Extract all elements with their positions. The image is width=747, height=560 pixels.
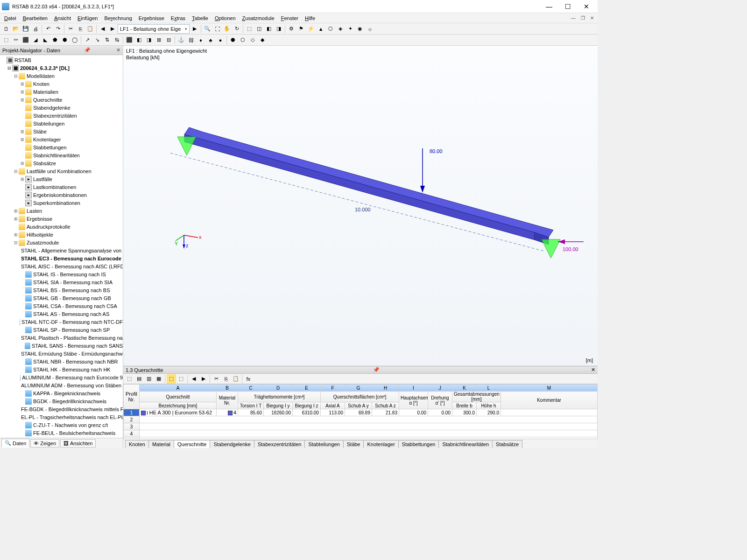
- tool-d-icon[interactable]: ◨: [274, 24, 283, 34]
- menu-tabelle[interactable]: Tabelle: [189, 14, 211, 22]
- table-close-icon[interactable]: ✕: [591, 367, 595, 373]
- table-tab[interactable]: Knotenlager: [363, 440, 398, 448]
- tree-module[interactable]: STAHL CSA - Bemessung nach CSA: [0, 302, 123, 310]
- tree-item[interactable]: ⊞Stäbe: [0, 127, 123, 135]
- tt-f-icon[interactable]: ⬚: [176, 374, 186, 384]
- tree-lasten[interactable]: ⊞Lasten: [0, 207, 123, 215]
- pan-icon[interactable]: ✋: [222, 24, 232, 34]
- tt-j-icon[interactable]: ⎘: [221, 374, 231, 384]
- t2-r-icon[interactable]: ⚓: [176, 35, 186, 45]
- grid[interactable]: Profil Nr. A B C D E F G H I J K L M: [123, 384, 598, 439]
- tree-item[interactable]: ⊞Knotenlager: [0, 135, 123, 143]
- nav-tab-zeigen[interactable]: 👁Zeigen: [30, 439, 59, 448]
- tree-module[interactable]: STAHL Plastisch - Plastische Bemessung n…: [0, 334, 123, 342]
- table-tab[interactable]: Querschnitte: [174, 440, 210, 448]
- maximize-button[interactable]: ☐: [558, 0, 577, 13]
- table-tab[interactable]: Stäbe: [343, 440, 364, 448]
- tree-module[interactable]: STAHL AS - Bemessung nach AS: [0, 310, 123, 318]
- t2-i-icon[interactable]: ↗: [83, 35, 92, 45]
- tt-h-icon[interactable]: ▶: [199, 374, 208, 384]
- tree-module[interactable]: STAHL AISC - Bemessung nach AISC (LRFD o: [0, 262, 123, 270]
- menu-berechnung[interactable]: Berechnung: [101, 14, 135, 22]
- close-button[interactable]: ✕: [577, 0, 596, 13]
- tree-item[interactable]: ▸Ergebniskombinationen: [0, 191, 123, 199]
- menu-extras[interactable]: Extras: [168, 14, 189, 22]
- col-F[interactable]: F: [321, 385, 345, 392]
- nav-next2-icon[interactable]: ▶: [190, 24, 199, 34]
- tree-item[interactable]: Stabexzentrizitäten: [0, 112, 123, 119]
- tool-b-icon[interactable]: ◫: [254, 24, 264, 34]
- menu-ansicht[interactable]: Ansicht: [51, 14, 74, 22]
- tt-i-icon[interactable]: ✂: [211, 374, 221, 384]
- tool-c-icon[interactable]: ◧: [264, 24, 274, 34]
- tree-module[interactable]: STAHL SANS - Bemessung nach SANS: [0, 342, 123, 350]
- mdi-close-icon[interactable]: ✕: [588, 14, 596, 22]
- tree-modelldaten[interactable]: ⊟Modelldaten: [0, 72, 123, 80]
- nav-tab-ansichten[interactable]: 🖼Ansichten: [60, 439, 96, 448]
- tree-module[interactable]: FE-BEUL - Beulsicherheitsnachweis: [0, 429, 123, 437]
- tt-e-icon[interactable]: ⬚: [167, 374, 176, 384]
- col-K[interactable]: K: [452, 385, 477, 392]
- tt-c-icon[interactable]: ▥: [144, 374, 154, 384]
- new-icon[interactable]: 🗋: [1, 24, 11, 34]
- tree-module[interactable]: STAHL NTC-DF - Bemessung nach NTC-DF: [0, 318, 123, 326]
- col-B[interactable]: B: [217, 385, 238, 392]
- table-tab[interactable]: Stabteilungen: [304, 440, 343, 448]
- t2-p-icon[interactable]: ⊞: [154, 35, 163, 45]
- tree-lastfaelle-komb[interactable]: ⊟Lastfälle und Kombinationen: [0, 167, 123, 175]
- t2-o-icon[interactable]: ◨: [144, 35, 154, 45]
- col-D[interactable]: D: [264, 385, 293, 392]
- t2-s-icon[interactable]: ⛓: [186, 35, 196, 45]
- viewport-3d[interactable]: LF1 : Belastung ohne EigengewichtBelastu…: [123, 46, 598, 366]
- rotate-icon[interactable]: ↻: [232, 24, 241, 34]
- t2-k-icon[interactable]: ⇅: [102, 35, 112, 45]
- tool-j-icon[interactable]: ◈: [336, 24, 345, 34]
- nav-close-icon[interactable]: ✕: [116, 47, 120, 53]
- tree-item[interactable]: Stabbettungen: [0, 143, 123, 151]
- t2-z-icon[interactable]: ◆: [258, 35, 267, 45]
- tree-module[interactable]: STAHL Ermüdung Stäbe - Ermüdungsnachwe: [0, 350, 123, 357]
- tree-item[interactable]: ⊞Knoten: [0, 80, 123, 88]
- tool-h-icon[interactable]: ▲: [316, 24, 325, 34]
- undo-icon[interactable]: ↶: [43, 24, 53, 34]
- menu-zusatzmodule[interactable]: Zusatzmodule: [239, 14, 278, 22]
- tree-module[interactable]: STAHL - Allgemeine Spannungsanalyse von …: [0, 246, 123, 254]
- tree-zusatzmodule[interactable]: ⊟Zusatzmodule: [0, 238, 123, 246]
- zoom-icon[interactable]: 🔍: [203, 24, 212, 34]
- menu-optionen[interactable]: Optionen: [211, 14, 239, 22]
- tree-item[interactable]: Stabteilungen: [0, 119, 123, 127]
- table-tab[interactable]: Stabbettungen: [398, 440, 439, 448]
- t2-y-icon[interactable]: ◇: [248, 35, 257, 45]
- tree-module[interactable]: FE-BGDK - Biegedrillknicknachweis mittel…: [0, 405, 123, 413]
- t2-m-icon[interactable]: ⬛: [125, 35, 134, 45]
- menu-fenster[interactable]: Fenster: [278, 14, 302, 22]
- tree-ergebnisse[interactable]: ⊞Ergebnisse: [0, 215, 123, 223]
- tree-module[interactable]: STAHL SIA - Bemessung nach SIA: [0, 278, 123, 286]
- t2-l-icon[interactable]: ⇆: [112, 35, 121, 45]
- open-icon[interactable]: 📂: [11, 24, 21, 34]
- table-row[interactable]: 1 Ⲓ HE A 300 | Euronorm 53-62 4 85.60 18…: [124, 409, 598, 416]
- tree-module[interactable]: STAHL NBR - Bemessung nach NBR: [0, 357, 123, 365]
- tree[interactable]: ▦RSTAB ⊟▦200624_6.3.2.3* [DL] ⊟Modelldat…: [0, 55, 123, 438]
- tree-item[interactable]: ⊞Stabsätze: [0, 159, 123, 167]
- table-tab[interactable]: Knoten: [125, 440, 149, 448]
- tree-item[interactable]: ⊞▸Lastfälle: [0, 175, 123, 183]
- tree-item[interactable]: Stabendgelenke: [0, 104, 123, 112]
- loadcase-combo[interactable]: LF1 - Belastung ohne Eige: [118, 24, 190, 34]
- t2-w-icon[interactable]: ⬣: [228, 35, 238, 45]
- tool-a-icon[interactable]: ⬚: [245, 24, 254, 34]
- tt-b-icon[interactable]: ▤: [134, 374, 144, 384]
- tree-module[interactable]: KAPPA - Biegeknicknachweis: [0, 389, 123, 397]
- tt-g-icon[interactable]: ◀: [189, 374, 198, 384]
- tt-k-icon[interactable]: 📋: [231, 374, 240, 384]
- tree-module[interactable]: C-ZU-T - Nachweis von grenz c/t: [0, 421, 123, 429]
- tree-hilfs[interactable]: ⊞Hilfsobjekte: [0, 231, 123, 238]
- tree-module[interactable]: STAHL EC3 - Bemessung nach Eurocode 3: [0, 254, 123, 262]
- t2-n-icon[interactable]: ◧: [134, 35, 144, 45]
- cut-icon[interactable]: ✂: [66, 24, 75, 34]
- col-profil[interactable]: Profil Nr.: [124, 385, 140, 409]
- menu-ergebnisse[interactable]: Ergebnisse: [135, 14, 168, 22]
- copy-icon[interactable]: ⎘: [76, 24, 85, 34]
- tree-module[interactable]: BGDK - Biegedrillknicknachweis: [0, 397, 123, 405]
- t2-c-icon[interactable]: ⬛: [21, 35, 30, 45]
